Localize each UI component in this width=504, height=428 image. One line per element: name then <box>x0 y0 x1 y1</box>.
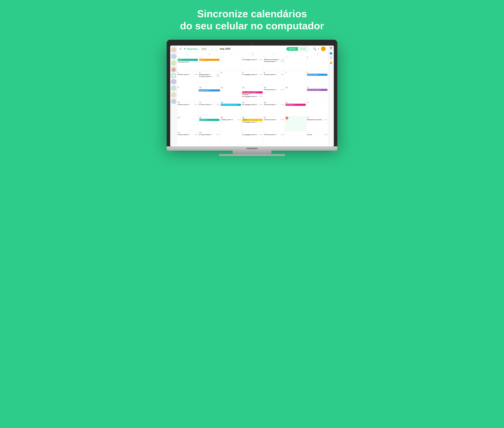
cal-cell-jun25[interactable]: 25 trip ✎ Beauty salon ✎ 19:00 <box>177 56 199 71</box>
cal-cell-jul3[interactable]: 3 kate pickup ✎ 16:00 Soccer lesson ✎ <box>199 71 220 86</box>
monthly-view-button[interactable]: Monthly <box>287 47 298 51</box>
event-tennis[interactable]: Tennis lesson ✎ 16:30 <box>264 119 284 121</box>
event-piano[interactable]: Piano lesson ✎ 19:00 <box>178 134 198 135</box>
event-business-trip[interactable]: Business trip ✎ <box>307 74 327 76</box>
event-soccer[interactable]: Soccer lesson ✎ 17:30 <box>199 104 219 106</box>
cal-cell-jul31[interactable]: 31 Soccer lesson ✎ 17:30 <box>199 131 220 146</box>
event-lang-school[interactable]: Language school ✎ 20:00 <box>242 59 263 60</box>
cal-cell-jul14[interactable]: 14 <box>285 86 306 101</box>
people-icon[interactable]: 👥 <box>330 52 332 54</box>
cal-cell-jul26[interactable]: 26 Jac ✎ Language school ✎ 20:00 <box>242 116 263 131</box>
cal-cell-jul20[interactable]: 20 Tennis lesson ✎ 16:30 <box>264 101 285 116</box>
cal-cell-jun26[interactable]: 26 Jac ✎ <box>199 56 220 71</box>
search-icon[interactable]: 🔍 <box>313 47 316 50</box>
sidebar-check-icon[interactable]: ✓ <box>172 74 176 78</box>
sidebar-avatar-5[interactable] <box>171 79 176 84</box>
cal-cell-jul25[interactable]: 25 Beauty salon ✎ 15:00 <box>220 116 242 131</box>
event-beauty-salon[interactable]: Beauty salon ✎ 19:00 <box>178 61 198 63</box>
event-tennis[interactable]: Tennis lesson ✎ 16:30 <box>264 61 284 62</box>
bell-icon[interactable]: 🔔 <box>330 61 332 64</box>
cal-cell-jul6[interactable]: 6 Tennis lesson ✎ 16:30 <box>264 71 285 86</box>
event-trip[interactable]: trip ✎ <box>178 59 198 61</box>
cal-cell-jul23[interactable]: 23 <box>177 116 199 131</box>
event-dental[interactable]: Dental ✎ 15:00 <box>242 94 263 95</box>
event-lang-school[interactable]: Language school ✎ 20:00 <box>242 96 263 97</box>
event-tennis[interactable]: Tennis lesson ✎ 16:30 <box>264 104 284 106</box>
cal-cell-jul29[interactable]: 29 Electrical construction work ✎ 14:00 <box>306 116 328 131</box>
event-elec2[interactable]: Electrical construction work ✎ 14:00 <box>307 119 327 121</box>
cal-cell-jul30[interactable]: 30 Piano lesson ✎ 19:00 <box>177 131 199 146</box>
user-avatar[interactable] <box>321 47 326 51</box>
event-wedding[interactable]: Wedding anniversary ✎ <box>221 104 241 106</box>
event-lang-school[interactable]: Language school ✎ 20:00 <box>242 104 263 106</box>
sidebar-avatar-3[interactable] <box>171 60 176 66</box>
event-jac2[interactable]: Jac ✎ <box>242 119 263 121</box>
event-rehearsal[interactable]: Rehearsal ✎ <box>286 104 306 106</box>
sidebar-avatar-2[interactable] <box>171 54 176 59</box>
event-soccer[interactable]: Soccer lesson ✎ 17:30 <box>199 76 219 77</box>
today-button[interactable]: Today <box>200 47 208 51</box>
event-soccer[interactable]: Soccer lesson ✎ 17:30 <box>199 134 219 135</box>
cal-cell-jul22[interactable]: 22 <box>306 101 328 116</box>
cal-cell-jun28[interactable]: 28 Language school ✎ 20:00 <box>242 56 263 71</box>
event-elec[interactable]: Electrical construction work ✎ 14:00 <box>264 59 284 60</box>
menu-icon[interactable]: ☰ <box>180 48 182 50</box>
cal-cell-jul19[interactable]: 19 Language school ✎ 20:00 <box>242 101 263 116</box>
cal-cell-jun29[interactable]: 29 Electrical construction work ✎ 14:00 … <box>264 56 285 71</box>
event-piano[interactable]: Piano lesson ✎ 18:00 <box>178 104 198 106</box>
sidebar-avatar-1[interactable] <box>171 47 176 53</box>
sidebar-avatar-7[interactable] <box>171 92 176 98</box>
cal-cell-jul10[interactable]: 10 Business trip ✎ <box>199 86 220 101</box>
weekly-view-button[interactable]: Weekly <box>298 47 309 51</box>
cal-cell-jul24[interactable]: 24 Seminar ✎ <box>199 116 220 131</box>
event-tennis[interactable]: Tennis lesson ✎ 16:30 <box>264 74 284 75</box>
add-icon[interactable]: + <box>318 47 319 50</box>
cal-cell-jul4[interactable]: 4 <box>220 71 242 86</box>
event-lang-school[interactable]: Language school ✎ 20:00 <box>242 121 263 123</box>
cal-cell-jul5[interactable]: 5 Language school ✎ 20:00 <box>242 71 263 86</box>
calendar-icon[interactable]: 📅 <box>330 47 332 50</box>
cal-cell-jul13[interactable]: 13 Tennis lesson ✎ 16:30 <box>264 86 285 101</box>
cal-cell-jul15[interactable]: 15 Book return date ✎ <box>306 86 328 101</box>
event-beauty-salon[interactable]: Beauty salon ✎ 15:00 <box>221 119 241 121</box>
cal-cell-aug5[interactable]: 5 lunch 12:00 <box>306 131 328 146</box>
cal-cell-jun27[interactable]: 27 <box>220 56 242 71</box>
nav-next-button[interactable]: › <box>214 47 218 51</box>
nav-prev-button[interactable]: ‹ <box>210 47 214 51</box>
event-tennis[interactable]: Tennis lesson ✎ 16:30 <box>264 134 284 135</box>
event-lunch[interactable]: lunch 12:00 <box>307 134 327 135</box>
event-business-trip-cont[interactable]: Business trip ✎ <box>199 89 220 91</box>
event-dot <box>264 119 265 120</box>
event-tennis[interactable]: Tennis lesson ✎ 16:30 <box>264 89 284 91</box>
sidebar-avatar-4[interactable]: 🐱 <box>171 67 176 72</box>
sidebar-avatar-8[interactable] <box>171 99 176 104</box>
cal-cell-aug4[interactable]: 4 <box>285 131 306 146</box>
cal-cell-jul7[interactable]: 7 <box>285 71 306 86</box>
event-kate[interactable]: kate pickup ✎ 16:00 <box>199 74 219 75</box>
event-book-return[interactable]: Book return date ✎ <box>307 89 327 91</box>
cal-cell-jul16[interactable]: 16 Piano lesson ✎ 18:00 <box>177 101 199 116</box>
cal-cell-jul2[interactable]: 2 Piano lesson ✎ 18:00 <box>177 71 199 86</box>
event-info-session[interactable]: Information session ✎ <box>242 91 263 93</box>
cal-cell-jul21[interactable]: 21 Rehearsal ✎ <box>285 101 306 116</box>
sidebar-avatar-6[interactable] <box>171 85 176 91</box>
event-piano[interactable]: Piano lesson ✎ 18:00 <box>178 74 198 75</box>
event-jac[interactable]: Jac ✎ <box>199 59 219 61</box>
event-lang-school[interactable]: Language school ✎ 20:00 <box>242 134 263 135</box>
cal-cell-jul18[interactable]: 18 Wedding anniversary ✎ <box>220 101 242 116</box>
list-icon[interactable]: ☰ <box>330 56 332 59</box>
event-seminar[interactable]: Seminar ✎ <box>199 119 219 121</box>
cal-cell-jul28[interactable]: 28 <box>285 116 306 131</box>
cal-cell-jul1[interactable]: 1 <box>306 56 328 71</box>
cal-cell-aug1[interactable]: 1 <box>220 131 242 146</box>
cal-cell-jul12[interactable]: 12 Information session ✎ Dental ✎ 15:00 <box>242 86 263 101</box>
cal-cell-jun30[interactable]: 30 <box>285 56 306 71</box>
event-lang-school[interactable]: Language school ✎ 20:00 <box>242 74 263 75</box>
cal-cell-jul17[interactable]: 17 Soccer lesson ✎ 17:30 <box>199 101 220 116</box>
cal-cell-jul8[interactable]: 8 Business trip ✎ <box>306 71 328 86</box>
cal-cell-jul9[interactable]: 9 <box>177 86 199 101</box>
cal-cell-aug2[interactable]: 2 Language school ✎ 20:00 <box>242 131 263 146</box>
cal-cell-jul27[interactable]: 27 Tennis lesson ✎ 16:30 <box>264 116 285 131</box>
cal-cell-aug3[interactable]: 3 Tennis lesson ✎ 16:30 <box>264 131 285 146</box>
cal-cell-jul11[interactable]: 11 <box>220 86 242 101</box>
